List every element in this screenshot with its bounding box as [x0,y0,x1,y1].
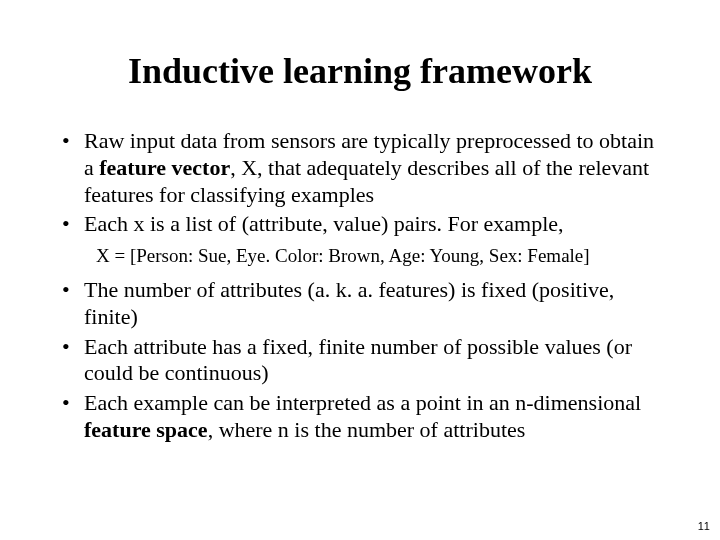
page-number: 11 [698,520,710,532]
list-item: Each x is a list of (attribute, value) p… [56,211,664,238]
list-item: Raw input data from sensors are typicall… [56,128,664,208]
bullet-text: Each x is a list of (attribute, value) p… [84,211,564,236]
slide-title: Inductive learning framework [56,50,664,92]
bullet-text: Each attribute has a fixed, finite numbe… [84,334,632,386]
example-line: X = [Person: Sue, Eye. Color: Brown, Age… [96,244,664,269]
bullet-text: Each example can be interpreted as a poi… [84,390,641,415]
bullet-text: , where n is the number of attributes [208,417,526,442]
list-item: Each example can be interpreted as a poi… [56,390,664,444]
bold-text: feature space [84,417,208,442]
bold-text: feature vector [99,155,230,180]
bullet-text: The number of attributes (a. k. a. featu… [84,277,614,329]
list-item: The number of attributes (a. k. a. featu… [56,277,664,331]
bullet-list: The number of attributes (a. k. a. featu… [56,277,664,444]
list-item: Each attribute has a fixed, finite numbe… [56,334,664,388]
bullet-list: Raw input data from sensors are typicall… [56,128,664,238]
slide: Inductive learning framework Raw input d… [0,0,720,540]
